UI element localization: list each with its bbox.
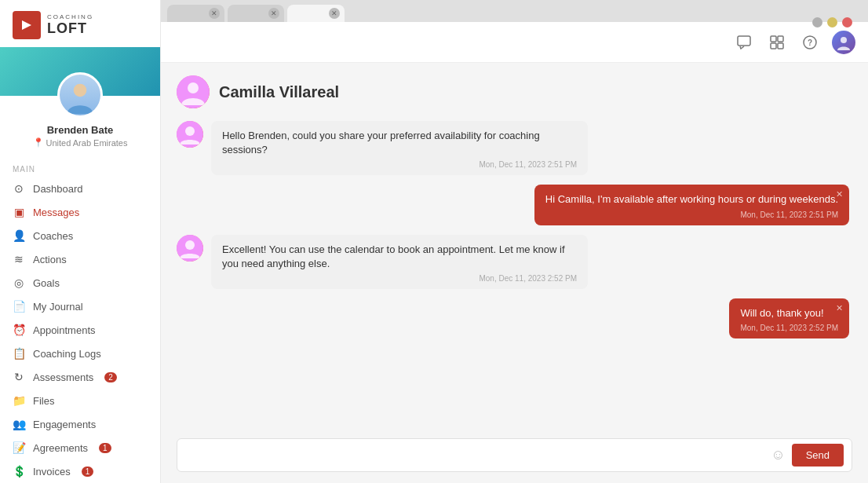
message-row-msg3: Excellent! You can use the calendar to b…	[177, 235, 849, 289]
actions-icon: ≋	[13, 253, 25, 265]
sidebar-item-label-agreements: Agreements	[33, 442, 88, 454]
msg-avatar-msg1	[177, 121, 203, 148]
coaches-icon: 👤	[13, 229, 25, 242]
sidebar-item-dashboard[interactable]: ⊙Dashboard	[0, 177, 160, 200]
avatar	[57, 72, 103, 118]
browser-tab-1[interactable]: ✕	[167, 5, 224, 22]
msg-text-msg3: Excellent! You can use the calendar to b…	[222, 243, 577, 271]
svg-text:?: ?	[808, 38, 812, 47]
msg-bubble-msg3: Excellent! You can use the calendar to b…	[211, 235, 588, 289]
sidebar-item-files[interactable]: 📁Files	[0, 389, 160, 412]
sidebar: COACHING LOFT Brenden Bate 📍 United Arab…	[0, 0, 161, 483]
tab-1-close[interactable]: ✕	[209, 8, 220, 19]
tab-3-close[interactable]: ✕	[329, 8, 340, 19]
chat-input-area: ☺ Send	[161, 430, 868, 483]
msg-text-msg4: Will do, thank you!	[740, 306, 838, 320]
msg-close-msg2[interactable]: ✕	[836, 189, 843, 199]
message-input[interactable]	[185, 449, 764, 461]
sidebar-item-label-messages: Messages	[33, 207, 79, 218]
sidebar-item-engagements[interactable]: 👥Engagements	[0, 412, 160, 436]
svg-rect-3	[778, 36, 783, 42]
emoji-button[interactable]: ☺	[771, 447, 785, 463]
journal-icon: 📄	[13, 300, 25, 313]
messages-area: Hello Brenden, could you share your pref…	[177, 121, 852, 430]
badge-assessments: 2	[104, 372, 117, 382]
tab-3-label	[297, 9, 326, 18]
msg-bubble-msg1: Hello Brenden, could you share your pref…	[211, 121, 588, 175]
tl-yellow[interactable]	[827, 17, 837, 27]
chat-contact-avatar	[177, 75, 210, 108]
sidebar-item-messages[interactable]: ▣Messages	[0, 200, 160, 224]
sidebar-item-label-appointments: Appointments	[33, 324, 96, 336]
user-avatar[interactable]	[832, 31, 855, 54]
sidebar-item-goals[interactable]: ◎Goals	[0, 271, 160, 295]
sidebar-item-coaching-logs[interactable]: 📋Coaching Logs	[0, 342, 160, 365]
msg-time-msg4: Mon, Dec 11, 2023 2:52 PM	[740, 324, 838, 332]
sidebar-item-agreements[interactable]: 📝Agreements1	[0, 436, 160, 459]
sidebar-item-coaches[interactable]: 👤Coaches	[0, 224, 160, 247]
profile-location: 📍 United Arab Emirates	[0, 137, 160, 148]
app-header: ?	[161, 22, 868, 63]
sidebar-item-journal[interactable]: 📄My Journal	[0, 295, 160, 318]
sidebar-item-label-coaching-logs: Coaching Logs	[33, 348, 101, 360]
message-row-msg4: ✕Will do, thank you!Mon, Dec 11, 2023 2:…	[177, 298, 849, 338]
nav-list: ⊙Dashboard▣Messages👤Coaches≋Actions◎Goal…	[0, 177, 160, 483]
svg-rect-1	[738, 36, 750, 46]
svg-rect-5	[778, 43, 783, 49]
msg-bubble-msg2: ✕Hi Camilla, I'm available after working…	[534, 185, 849, 225]
svg-point-8	[841, 37, 847, 43]
sidebar-item-label-engagements: Engagements	[33, 419, 96, 430]
messages-icon: ▣	[13, 206, 25, 218]
profile-banner	[0, 47, 160, 96]
traffic-lights	[812, 17, 852, 27]
sidebar-item-label-files: Files	[33, 395, 54, 407]
assessments-icon: ↻	[13, 371, 25, 383]
coaching-logs-icon: 📋	[13, 347, 25, 360]
msg-time-msg3: Mon, Dec 11, 2023 2:52 PM	[222, 274, 577, 283]
badge-invoices: 1	[82, 467, 94, 477]
svg-rect-2	[771, 36, 776, 42]
appointments-icon: ⏰	[13, 324, 25, 336]
chat-contact-name: Camilla Villareal	[219, 83, 339, 101]
dashboard-icon: ⊙	[13, 182, 25, 195]
avatar-image	[60, 75, 100, 115]
message-row-msg1: Hello Brenden, could you share your pref…	[177, 121, 849, 175]
chat-container: Camilla Villareal Hello Brenden, could y…	[161, 63, 868, 430]
message-row-msg2: ✕Hi Camilla, I'm available after working…	[177, 185, 849, 225]
chat-input-wrapper: ☺ Send	[177, 438, 852, 472]
tab-2-label	[237, 9, 266, 18]
logo-text: COACHING LOFT	[47, 14, 93, 37]
msg-avatar-msg3	[177, 235, 203, 262]
tab-2-close[interactable]: ✕	[268, 8, 279, 19]
tl-red[interactable]	[842, 17, 852, 27]
svg-rect-4	[771, 43, 776, 49]
sidebar-item-label-goals: Goals	[33, 277, 60, 289]
send-button[interactable]: Send	[792, 444, 844, 467]
sidebar-item-invoices[interactable]: 💲Invoices1	[0, 459, 160, 483]
msg-close-msg4[interactable]: ✕	[836, 303, 843, 313]
invoices-icon: 💲	[13, 465, 25, 478]
help-icon[interactable]: ?	[799, 31, 821, 53]
chat-icon[interactable]	[733, 31, 755, 53]
sidebar-item-label-coaches: Coaches	[33, 230, 73, 242]
sidebar-item-actions[interactable]: ≋Actions	[0, 247, 160, 271]
goals-icon: ◎	[13, 276, 25, 289]
sidebar-item-label-invoices: Invoices	[33, 466, 71, 478]
main-content: ✕ ✕ ✕	[161, 0, 868, 483]
engagements-icon: 👥	[13, 418, 25, 430]
tl-gray[interactable]	[812, 17, 822, 27]
msg-bubble-msg4: ✕Will do, thank you!Mon, Dec 11, 2023 2:…	[729, 298, 849, 338]
sidebar-item-assessments[interactable]: ↻Assessments2	[0, 365, 160, 389]
sidebar-item-label-actions: Actions	[33, 254, 67, 265]
msg-time-msg1: Mon, Dec 11, 2023 2:51 PM	[222, 160, 577, 169]
msg-text-msg2: Hi Camilla, I'm available after working …	[545, 192, 838, 207]
browser-tab-2[interactable]: ✕	[228, 5, 285, 22]
msg-time-msg2: Mon, Dec 11, 2023 2:51 PM	[545, 210, 838, 219]
sidebar-item-label-assessments: Assessments	[33, 371, 93, 383]
sidebar-item-appointments[interactable]: ⏰Appointments	[0, 318, 160, 342]
chat-header: Camilla Villareal	[177, 75, 852, 108]
msg-text-msg1: Hello Brenden, could you share your pref…	[222, 129, 577, 157]
nav-section-label: MAIN	[0, 157, 160, 177]
grid-icon[interactable]	[766, 31, 788, 53]
browser-tab-3[interactable]: ✕	[287, 5, 345, 22]
